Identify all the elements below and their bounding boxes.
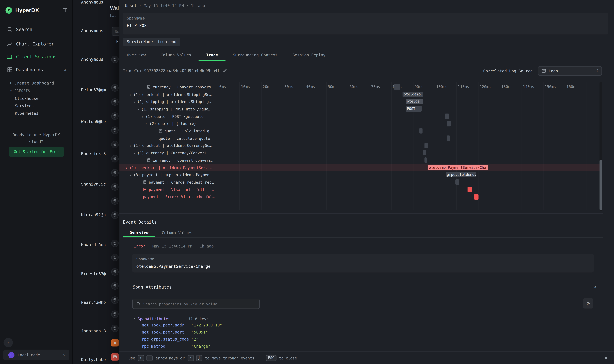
tab-surrounding-context[interactable]: Surrounding Context (225, 50, 285, 61)
trace-span-row[interactable]: ∨(1)checkout | oteldemo.CurrencySe… (119, 142, 600, 149)
session-list-item[interactable]: Dolly.Lubo (81, 357, 106, 362)
session-search-input[interactable]: Sea (112, 27, 119, 36)
trace-span-bar[interactable] (474, 194, 478, 199)
preset-services[interactable]: Services (15, 104, 34, 108)
session-list-item[interactable]: Howard.Run (81, 242, 106, 247)
trace-span-row[interactable]: ∨(1)shipping | oteldemo.Shipping… (119, 98, 600, 105)
local-mode-button[interactable]: U Local mode › (3, 350, 69, 360)
session-list-item[interactable]: Kieran92@h (81, 212, 106, 217)
attributes-search-input[interactable] (143, 302, 256, 306)
session-list-item[interactable]: Deion37@gm (81, 87, 106, 92)
trace-span-row[interactable]: ∨(2)quote | {closure} (119, 120, 600, 127)
trace-span-row[interactable]: ∨(1)quote | POST /getquote (119, 113, 600, 120)
service-name-tag[interactable]: ServiceName: frontend (123, 38, 180, 46)
caret-down-icon[interactable]: ∨ (130, 92, 131, 96)
location-pin-icon[interactable] (111, 126, 119, 134)
caret-down-icon[interactable]: ∨ (146, 122, 147, 125)
trace-span-row[interactable]: quote | calculate-quote (119, 135, 600, 142)
session-list-item[interactable]: Anonymous (81, 0, 103, 4)
location-pin-icon[interactable] (111, 155, 119, 162)
location-pin-icon[interactable] (111, 310, 119, 318)
session-list-item[interactable]: Ernesto33@ (81, 271, 106, 276)
event-details-tab-column-values[interactable]: Column Values (155, 229, 199, 237)
caret-down-icon[interactable]: ∨ (137, 107, 139, 111)
session-list-item[interactable]: Shaniya.Sc (81, 182, 106, 186)
sidebar-item-dashboards[interactable]: Dashboards∧ (3, 64, 69, 76)
close-icon[interactable]: × (604, 355, 608, 361)
trace-span-row[interactable]: ∨(3)payment | grpc.oteldemo.Paymen… (119, 171, 600, 179)
location-pin-icon[interactable] (111, 98, 119, 105)
sidebar-item-client-sessions[interactable]: Client Sessions (3, 51, 69, 63)
trace-span-row[interactable]: payment | Error: Visa cache ful… (119, 193, 600, 200)
location-pin-icon[interactable] (111, 211, 119, 219)
trace-span-row[interactable]: quote | Calculated q… (119, 127, 600, 135)
trace-span-row[interactable]: currency | Convert convers… (119, 156, 600, 164)
trace-span-row[interactable]: ∨(1)currency | Currency/Convert (119, 149, 600, 156)
location-pin-icon[interactable] (111, 183, 119, 190)
tab-session-replay[interactable]: Session Replay (285, 50, 333, 61)
session-list-item[interactable]: Jonathan.B (81, 328, 106, 333)
location-pin-icon[interactable] (111, 55, 119, 63)
settings-gear-button[interactable]: ⚙ (583, 298, 593, 309)
caret-down-icon[interactable]: ∨ (130, 144, 131, 147)
caret-down-icon[interactable]: ∨ (133, 151, 135, 155)
help-button[interactable]: ? (3, 338, 13, 347)
trace-span-bar[interactable] (447, 121, 451, 126)
scrollbar-thumb[interactable] (600, 160, 602, 210)
location-pin-icon[interactable] (111, 268, 119, 275)
caret-down-icon[interactable]: ∨ (142, 115, 144, 118)
flame-icon[interactable] (111, 339, 119, 346)
get-started-button[interactable]: Get Started for Free (9, 147, 64, 157)
preset-clickhouse[interactable]: Clickhouse (15, 96, 39, 101)
location-pin-icon[interactable] (111, 141, 119, 148)
caret-down-icon[interactable]: ▾ (133, 317, 135, 320)
location-pin-icon[interactable] (111, 254, 119, 261)
caret-down-icon[interactable]: ∨ (133, 100, 135, 104)
location-pin-icon[interactable] (111, 296, 119, 304)
session-list-item[interactable]: Anonymous (81, 28, 103, 33)
location-pin-icon[interactable] (111, 169, 119, 176)
caret-down-icon[interactable]: ∨ (130, 173, 131, 177)
trace-span-row[interactable]: ∨(1)shipping | POST http://quo… (119, 105, 600, 113)
sidebar-item-chart-explorer[interactable]: Chart Explorer (3, 38, 69, 50)
session-list-item[interactable]: Roderick_S (81, 151, 106, 156)
mail-icon[interactable] (111, 353, 119, 360)
sidebar-item-search[interactable]: Search (3, 24, 69, 35)
trace-span-bar[interactable]: POST h (406, 106, 422, 112)
presets-toggle[interactable]: ∨ PRESETS (10, 89, 30, 93)
trace-span-bar[interactable] (425, 157, 427, 163)
tab-column-values[interactable]: Column Values (153, 50, 199, 61)
trace-scrollbar[interactable] (600, 82, 602, 211)
location-pin-icon[interactable] (111, 84, 119, 91)
trace-span-bar[interactable] (419, 128, 422, 134)
location-pin-icon[interactable] (111, 197, 119, 205)
trace-span-row[interactable]: payment | Visa cache full: c… (119, 186, 600, 193)
trace-span-bar[interactable] (455, 179, 459, 185)
location-pin-icon[interactable] (111, 239, 119, 247)
trace-span-row[interactable]: ∨(1)check­out | oteldemo.ShippingSe… (119, 91, 600, 98)
collapse-sidebar-icon[interactable] (62, 7, 68, 13)
trace-span-bar[interactable] (393, 84, 400, 90)
trace-span-row[interactable]: ∨(1)checkout | oteldemo.PaymentServi… (119, 164, 600, 171)
preset-kubernetes[interactable]: Kubernetes (15, 111, 39, 116)
event-details-tab-overview[interactable]: Overview (123, 229, 155, 237)
location-pin-icon[interactable] (111, 324, 119, 332)
trace-span-bar[interactable] (468, 187, 472, 192)
trace-span-bar[interactable] (423, 150, 426, 156)
correlated-log-source-select[interactable]: Logs ∧∨ (538, 66, 602, 76)
location-pin-icon[interactable] (111, 112, 119, 120)
trace-span-row[interactable]: currency | Convert convers… (119, 83, 600, 91)
edit-icon[interactable] (222, 68, 227, 73)
trace-span-bar[interactable] (445, 114, 449, 119)
trace-span-bar[interactable]: oteldemo. (403, 91, 423, 97)
session-list-item[interactable]: Pearl43@ho (81, 300, 106, 305)
session-list-item[interactable]: Walton9@ho (81, 119, 106, 124)
attributes-tree-root[interactable]: ▾ SpanAttributes {} 6 keys (133, 316, 209, 321)
trace-span-bar[interactable] (425, 143, 428, 148)
tab-trace[interactable]: Trace (199, 50, 225, 61)
tab-overview[interactable]: Overview (119, 50, 153, 61)
trace-span-bar[interactable]: grpc.oteldemo. (445, 172, 476, 178)
trace-span-row[interactable]: payment | Charge request rec… (119, 179, 600, 186)
create-dashboard-button[interactable]: + Create Dashboard (10, 81, 54, 85)
trace-span-bar[interactable]: otelde (406, 99, 423, 104)
